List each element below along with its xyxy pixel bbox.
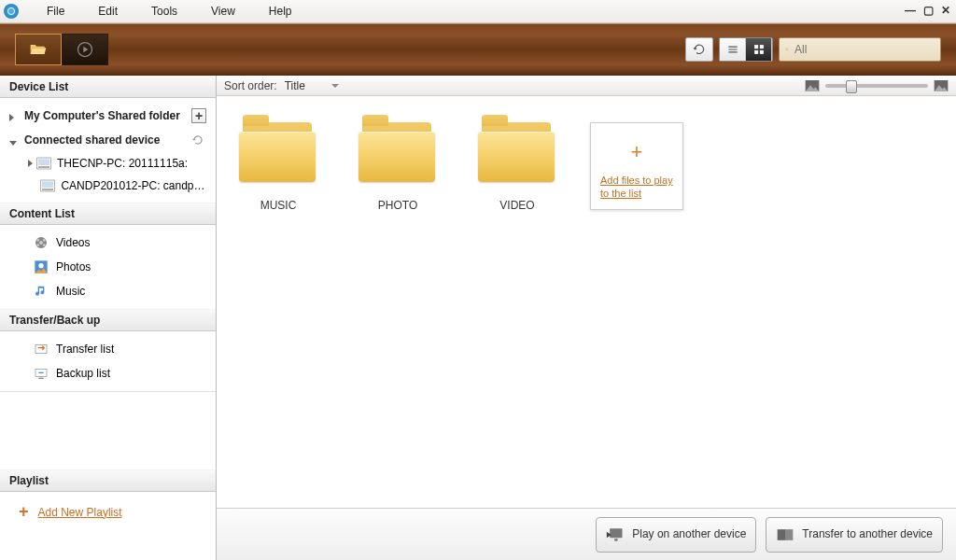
content-photos[interactable]: Photos [0, 255, 216, 279]
folder-music[interactable]: MUSIC [232, 122, 325, 212]
window-maximize[interactable]: ▢ [923, 4, 934, 17]
svg-rect-2 [760, 45, 764, 49]
main-panel: Sort order: Title MUSIC PHOTO V [217, 76, 956, 560]
transfer-device-icon [776, 526, 794, 543]
svg-rect-10 [42, 181, 53, 188]
content-videos-label: Videos [56, 236, 90, 249]
thumb-large-icon[interactable] [934, 79, 949, 92]
device-row-0[interactable]: THECNP-PC: 20111115a: [0, 152, 216, 175]
add-playlist-label: Add New Playlist [38, 506, 122, 519]
svg-rect-25 [610, 528, 622, 538]
pc-icon [36, 157, 51, 170]
add-files-tile[interactable]: + Add files to play to the list [590, 122, 683, 210]
menubar: File Edit Tools View Help — ▢ ✕ [0, 0, 956, 23]
search-icon [785, 43, 789, 56]
device-list-header: Device List [0, 76, 216, 98]
connected-devices-row[interactable]: Connected shared device [0, 128, 216, 152]
backup-icon [34, 366, 49, 381]
content-music-label: Music [56, 285, 85, 298]
content-music[interactable]: Music [0, 279, 216, 303]
sort-bar: Sort order: Title [217, 76, 956, 96]
folder-grid: MUSIC PHOTO VIDEO + Add files to play to… [217, 96, 956, 508]
svg-point-16 [36, 244, 39, 246]
browse-mode-button[interactable] [15, 34, 62, 65]
list-icon [726, 43, 739, 56]
film-icon [34, 235, 49, 250]
view-grid-button[interactable] [746, 38, 772, 61]
sidebar: Device List My Computer's Shared folder … [0, 76, 217, 560]
refresh-icon [693, 43, 706, 56]
transfer-to-device-button[interactable]: Transfer to another device [766, 517, 943, 553]
svg-point-19 [38, 263, 43, 268]
folder-icon [239, 122, 317, 186]
expand-arrow-icon [9, 111, 19, 120]
pc-icon [40, 179, 55, 192]
svg-rect-28 [785, 529, 793, 540]
zoom-slider[interactable] [825, 84, 928, 88]
svg-rect-1 [754, 45, 758, 49]
view-mode-group [719, 37, 773, 62]
connected-devices-label: Connected shared device [24, 133, 160, 147]
folder-video-label: VIDEO [471, 199, 564, 212]
svg-rect-22 [38, 378, 43, 379]
menu-view[interactable]: View [194, 1, 252, 21]
photo-icon [34, 259, 49, 274]
svg-point-14 [36, 239, 39, 242]
sort-value: Title [285, 79, 305, 92]
svg-rect-8 [38, 166, 49, 167]
device-label: THECNP-PC: 20111115a: [57, 157, 188, 170]
folder-music-label: MUSIC [232, 199, 325, 212]
svg-rect-4 [760, 50, 764, 54]
transfer-list-item[interactable]: Transfer list [0, 337, 216, 361]
add-playlist-item[interactable]: + Add New Playlist [0, 497, 216, 526]
content-list-header: Content List [0, 203, 216, 225]
backup-list-item[interactable]: Backup list [0, 361, 216, 385]
folder-video[interactable]: VIDEO [471, 122, 564, 212]
window-close[interactable]: ✕ [941, 4, 950, 17]
menu-file[interactable]: File [30, 1, 81, 21]
menu-edit[interactable]: Edit [81, 1, 134, 21]
folder-icon [358, 122, 437, 186]
content-photos-label: Photos [56, 260, 91, 273]
view-list-button[interactable] [720, 38, 746, 61]
playlist-header: Playlist [0, 469, 216, 492]
menu-help[interactable]: Help [252, 1, 309, 21]
chevron-down-icon [331, 84, 339, 88]
refresh-button[interactable] [685, 37, 713, 62]
svg-point-15 [43, 239, 46, 242]
play-on-device-label: Play on another device [632, 527, 746, 540]
svg-rect-26 [614, 539, 617, 541]
svg-rect-7 [38, 159, 49, 165]
expand-arrow-icon [28, 157, 33, 170]
add-share-button[interactable]: + [191, 108, 206, 123]
folder-open-icon [29, 40, 48, 59]
svg-rect-3 [754, 50, 758, 54]
transfer-to-device-label: Transfer to another device [802, 527, 933, 540]
window-minimize[interactable]: — [905, 4, 916, 17]
my-computer-label: My Computer's Shared folder [24, 109, 180, 122]
transfer-list-label: Transfer list [56, 343, 114, 356]
play-on-device-button[interactable]: Play on another device [596, 517, 756, 553]
music-note-icon [34, 284, 49, 299]
transfer-header: Transfer/Back up [0, 309, 216, 331]
svg-point-13 [39, 241, 43, 245]
svg-point-5 [786, 49, 788, 50]
folder-photo-label: PHOTO [351, 199, 444, 212]
thumb-small-icon[interactable] [805, 79, 820, 92]
content-videos[interactable]: Videos [0, 231, 216, 255]
menu-tools[interactable]: Tools [134, 1, 194, 21]
folder-photo[interactable]: PHOTO [351, 122, 444, 212]
folder-icon [478, 122, 556, 186]
svg-point-17 [43, 244, 46, 246]
plus-icon: + [600, 140, 673, 164]
search-box[interactable] [779, 37, 941, 62]
sort-dropdown[interactable]: Title [285, 79, 339, 92]
my-computer-row[interactable]: My Computer's Shared folder + [0, 104, 216, 128]
transfer-icon [34, 342, 49, 357]
refresh-devices-icon[interactable] [191, 133, 204, 147]
play-mode-button[interactable] [62, 34, 108, 65]
device-row-1[interactable]: CANDP201012-PC: candp 2... [0, 175, 216, 197]
search-input[interactable] [794, 43, 935, 56]
grid-icon [752, 43, 766, 56]
toolbar [0, 23, 956, 76]
